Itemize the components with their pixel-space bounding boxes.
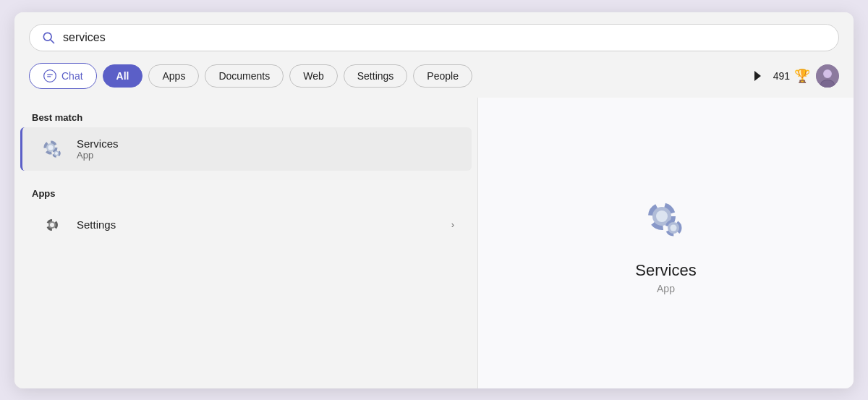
filter-documents-label: Documents — [218, 70, 270, 82]
filter-tab-people[interactable]: People — [413, 64, 472, 88]
search-bar — [29, 24, 839, 51]
svg-point-7 — [824, 69, 832, 77]
svg-point-14 — [55, 152, 58, 155]
filter-settings-label: Settings — [357, 70, 394, 82]
main-content: Best match — [14, 98, 854, 388]
settings-app-item[interactable]: Settings › — [20, 203, 472, 247]
svg-point-17 — [50, 223, 54, 227]
svg-marker-3 — [754, 71, 761, 81]
settings-app-name: Settings — [77, 218, 116, 231]
avatar[interactable] — [816, 64, 839, 88]
best-match-sub: App — [77, 150, 119, 161]
svg-point-11 — [48, 145, 54, 150]
settings-app-text: Settings — [77, 218, 116, 231]
filter-chat-label: Chat — [61, 70, 83, 82]
filter-apps-label: Apps — [162, 70, 185, 82]
search-bar-row — [14, 12, 854, 59]
left-panel: Best match — [14, 98, 477, 388]
services-icon — [38, 135, 67, 163]
filter-all-label: All — [116, 70, 129, 82]
svg-point-20 — [656, 210, 668, 222]
filter-row: Chat All Apps Documents Web Settings Peo… — [14, 59, 854, 98]
play-button[interactable] — [747, 66, 767, 86]
search-input[interactable] — [63, 31, 827, 44]
filter-tab-web[interactable]: Web — [289, 64, 338, 88]
svg-line-1 — [51, 39, 54, 43]
best-match-section-label: Best match — [14, 105, 477, 127]
score-value: 491 — [773, 70, 790, 82]
apps-section: Apps Settings — [14, 181, 477, 247]
filter-people-label: People — [427, 70, 459, 82]
svg-point-2 — [44, 69, 56, 82]
score-badge: 491 🏆 — [773, 68, 810, 84]
filter-tab-apps[interactable]: Apps — [148, 64, 199, 88]
filter-tab-documents[interactable]: Documents — [205, 64, 284, 88]
settings-app-arrow: › — [451, 219, 454, 230]
settings-icon — [38, 210, 67, 239]
detail-item-name: Services — [635, 261, 696, 280]
best-match-name: Services — [77, 137, 119, 150]
best-match-text: Services App — [77, 137, 119, 161]
filter-tab-chat[interactable]: Chat — [29, 63, 97, 89]
trophy-icon: 🏆 — [794, 68, 810, 84]
best-match-item[interactable]: Services App — [20, 127, 472, 171]
search-window: Chat All Apps Documents Web Settings Peo… — [14, 12, 854, 388]
filter-tab-settings[interactable]: Settings — [344, 64, 408, 88]
detail-services-icon — [637, 192, 695, 250]
right-panel: Services App — [477, 98, 854, 388]
svg-point-23 — [670, 224, 676, 231]
search-icon — [41, 30, 56, 45]
apps-section-label: Apps — [14, 181, 477, 203]
filter-web-label: Web — [303, 70, 324, 82]
filter-tab-all[interactable]: All — [103, 64, 143, 88]
detail-item-sub: App — [657, 283, 675, 294]
